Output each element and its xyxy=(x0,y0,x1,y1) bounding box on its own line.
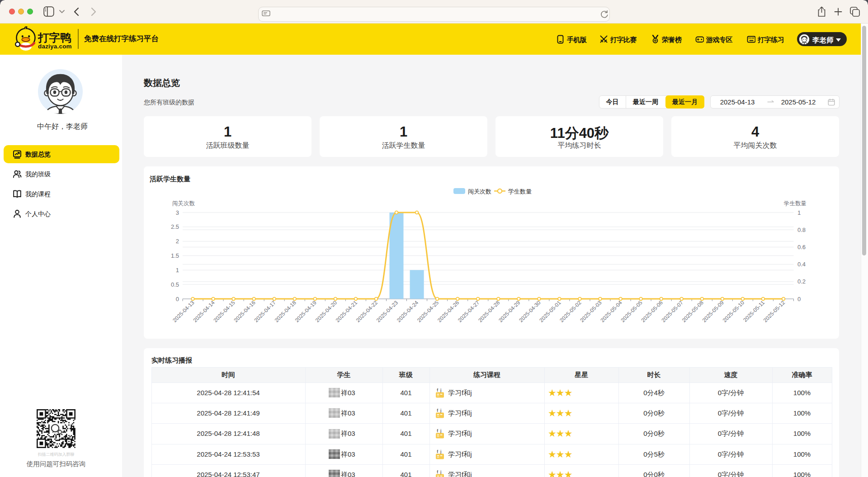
svg-text:2025-05-12: 2025-05-12 xyxy=(762,299,787,324)
svg-text:j: j xyxy=(440,429,441,433)
svg-text:f: f xyxy=(437,470,438,474)
svg-text:2025-04-27: 2025-04-27 xyxy=(457,299,481,324)
svg-text:0.2: 0.2 xyxy=(797,278,806,285)
svg-text:j: j xyxy=(440,470,441,474)
svg-text:2.5: 2.5 xyxy=(171,223,179,230)
svg-text:1: 1 xyxy=(797,209,801,216)
svg-text:2025-04-15: 2025-04-15 xyxy=(212,299,236,324)
svg-text:2025-04-13: 2025-04-13 xyxy=(171,299,196,324)
svg-text:j: j xyxy=(440,388,441,392)
svg-text:j: j xyxy=(440,449,441,454)
svg-text:2025-04-19: 2025-04-19 xyxy=(294,299,318,324)
svg-text:3: 3 xyxy=(176,209,179,216)
svg-text:2025-05-09: 2025-05-09 xyxy=(701,299,726,324)
svg-text:f: f xyxy=(437,388,438,392)
svg-text:2025-04-25: 2025-04-25 xyxy=(416,299,440,324)
svg-text:闯关次数: 闯关次数 xyxy=(468,188,491,195)
svg-text:f: f xyxy=(437,449,438,454)
svg-text:0.5: 0.5 xyxy=(171,281,179,288)
svg-text:2025-04-29: 2025-04-29 xyxy=(497,299,522,324)
svg-text:2025-05-10: 2025-05-10 xyxy=(722,299,746,324)
svg-text:0.6: 0.6 xyxy=(797,244,806,250)
svg-text:学生数量: 学生数量 xyxy=(508,188,532,195)
svg-text:闯关次数: 闯关次数 xyxy=(172,200,195,207)
svg-text:0.4: 0.4 xyxy=(797,261,806,268)
svg-text:1.5: 1.5 xyxy=(171,252,179,259)
svg-text:活跃学生数量: 活跃学生数量 xyxy=(149,175,190,183)
svg-text:2025-05-07: 2025-05-07 xyxy=(660,299,685,324)
svg-text:2025-04-21: 2025-04-21 xyxy=(335,299,359,324)
svg-text:f: f xyxy=(437,408,438,413)
svg-text:0: 0 xyxy=(176,296,179,302)
svg-text:学生数量: 学生数量 xyxy=(784,200,807,207)
svg-text:2: 2 xyxy=(176,238,179,245)
svg-text:2025-05-01: 2025-05-01 xyxy=(538,299,562,324)
svg-text:j: j xyxy=(440,408,441,413)
svg-text:2025-04-23: 2025-04-23 xyxy=(375,299,400,324)
svg-text:2025-05-05: 2025-05-05 xyxy=(619,299,644,324)
svg-text:2025-04-17: 2025-04-17 xyxy=(253,299,278,324)
svg-text:2025-05-03: 2025-05-03 xyxy=(579,299,603,324)
svg-text:0.8: 0.8 xyxy=(797,227,806,233)
svg-text:1: 1 xyxy=(176,267,179,274)
svg-text:f: f xyxy=(437,429,438,433)
svg-text:0: 0 xyxy=(797,296,801,302)
